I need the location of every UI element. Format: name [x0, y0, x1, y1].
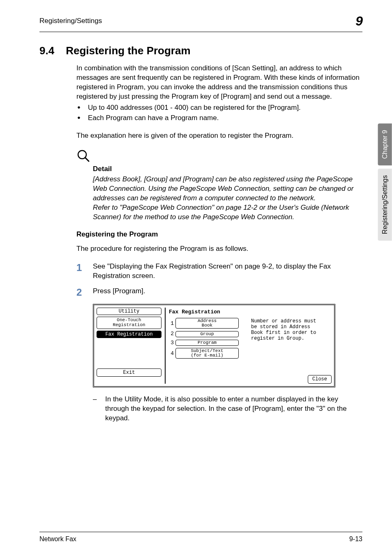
- screen-fax-registration[interactable]: Fax Registration: [97, 331, 161, 338]
- screen-exit-button[interactable]: Exit: [97, 368, 161, 377]
- section-heading: 9.4 Registering the Program: [39, 44, 362, 58]
- step-number: 1: [76, 262, 93, 281]
- section-number: 9.4: [39, 44, 54, 58]
- detail-label: Detail: [93, 164, 362, 174]
- header-left: Registering/Settings: [39, 16, 102, 26]
- sub-note-text: In the Utility Mode, it is also possible…: [105, 395, 362, 423]
- side-tabs: Chapter 9 Registering/Settings: [378, 123, 392, 241]
- step-text: Press [Program].: [93, 287, 362, 298]
- svg-line-1: [85, 158, 89, 161]
- footer-left: Network Fax: [39, 535, 76, 544]
- sub-heading: Registering the Program: [76, 230, 362, 239]
- screen-one-touch[interactable]: One-Touch Registration: [97, 317, 161, 329]
- screen-item-num: 1: [169, 320, 174, 327]
- footer-right: 9-13: [349, 535, 362, 544]
- running-header: Registering/Settings 9: [39, 12, 362, 32]
- step-1: 1 See "Displaying the Fax Registration S…: [76, 262, 362, 281]
- section-title: Registering the Program: [66, 44, 190, 58]
- screen-hint-text: Number or address must be stored in Addr…: [251, 318, 323, 360]
- detail-text-2: Refer to "PageScope Web Connection" on p…: [93, 203, 362, 222]
- page-footer: Network Fax 9-13: [39, 532, 362, 544]
- side-tab-section: Registering/Settings: [378, 169, 392, 241]
- bullet-item: Each Program can have a Program name.: [76, 114, 362, 123]
- bullet-item: Up to 400 addresses (001 - 400) can be r…: [76, 103, 362, 113]
- screen-utility[interactable]: Utility: [97, 308, 161, 315]
- step-text: See "Displaying the Fax Registration Scr…: [93, 262, 362, 281]
- bullet-list: Up to 400 addresses (001 - 400) can be r…: [76, 103, 362, 123]
- detail-text-1: [Address Book], [Group] and [Program] ca…: [93, 175, 362, 203]
- screen-item-num: 2: [169, 330, 174, 338]
- screen-item-num: 4: [169, 350, 174, 357]
- intro-paragraph: In combination with the transmission con…: [76, 64, 362, 102]
- explain-paragraph: The explanation here is given of the ope…: [76, 131, 362, 141]
- screen-right-title: Fax Registration: [169, 308, 332, 316]
- magnifier-icon: [76, 149, 362, 163]
- detail-block: Detail [Address Book], [Group] and [Prog…: [93, 164, 362, 222]
- step-number: 2: [76, 287, 93, 298]
- procedure-intro: The procedure for registering the Progra…: [76, 244, 362, 254]
- header-right: 9: [355, 12, 362, 30]
- screen-item-num: 3: [169, 339, 174, 347]
- screen-subject-text-button[interactable]: Subject/Text (for E-mail): [175, 348, 239, 359]
- step-2: 2 Press [Program].: [76, 287, 362, 298]
- dash-marker: –: [93, 395, 100, 423]
- screen-group-button[interactable]: Group: [175, 331, 239, 337]
- screen-program-button[interactable]: Program: [175, 340, 239, 346]
- sub-note: – In the Utility Mode, it is also possib…: [93, 395, 362, 423]
- screen-close-button[interactable]: Close: [308, 375, 332, 383]
- screen-address-book-button[interactable]: Address Book: [175, 318, 239, 329]
- lcd-screenshot: Utility One-Touch Registration Fax Regis…: [93, 304, 335, 387]
- side-tab-chapter: Chapter 9: [378, 123, 392, 165]
